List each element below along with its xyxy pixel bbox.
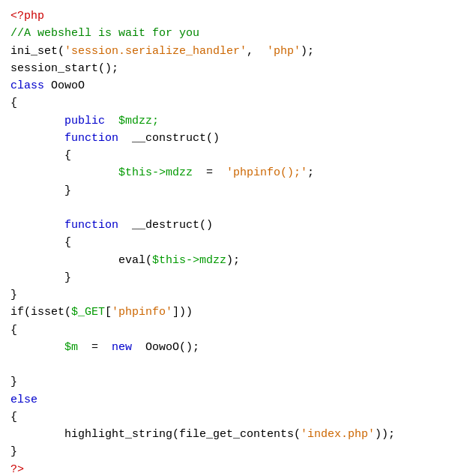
- code-token: 'phpinfo': [112, 306, 172, 319]
- code-token: }: [10, 271, 71, 284]
- code-token: public: [10, 115, 105, 127]
- code-line: }: [10, 373, 445, 391]
- code-token: function: [10, 132, 118, 145]
- code-token: {: [10, 324, 17, 337]
- code-token: [: [105, 306, 112, 319]
- code-line: <?php: [10, 7, 445, 25]
- code-display: <?php//A webshell is wait for youini_set…: [10, 7, 445, 476]
- code-token: //A webshell is wait for you: [10, 27, 199, 40]
- code-line: ini_set('session.serialize_handler', 'ph…: [10, 43, 445, 60]
- code-line: public $mdzz;: [10, 112, 445, 130]
- code-token: }: [10, 376, 17, 388]
- code-token: $m: [10, 341, 78, 354]
- code-token: $this->mdzz: [10, 166, 193, 179]
- code-line: }: [10, 286, 445, 304]
- code-token: 'index.php': [301, 428, 375, 441]
- code-token: OowoO();: [132, 341, 199, 354]
- code-token: OowoO: [44, 79, 85, 92]
- code-line: eval($this->mdzz);: [10, 252, 445, 269]
- code-token: );: [301, 45, 314, 58]
- code-token: highlight_string(file_get_contents(: [10, 428, 301, 441]
- code-token: =: [193, 166, 226, 179]
- code-token: class: [10, 79, 44, 92]
- code-token: __destruct(): [118, 219, 213, 232]
- code-token: ?>: [10, 463, 24, 476]
- code-token: ini_set(: [10, 45, 64, 58]
- code-line: function __construct(): [10, 130, 445, 147]
- code-line: ?>: [10, 461, 445, 477]
- code-token: $mdzz;: [105, 115, 159, 127]
- code-line: [10, 199, 445, 217]
- code-token: __construct(): [118, 132, 220, 145]
- code-line: {: [10, 409, 445, 426]
- code-line: }: [10, 269, 445, 286]
- code-token: =: [78, 341, 112, 354]
- code-token: ,: [247, 45, 267, 58]
- code-line: $this->mdzz = 'phpinfo();';: [10, 164, 445, 181]
- code-line: session_start();: [10, 60, 445, 77]
- code-line: //A webshell is wait for you: [10, 25, 445, 42]
- code-token: ])): [172, 306, 193, 319]
- code-token: {: [10, 149, 71, 162]
- code-token: {: [10, 236, 71, 249]
- code-token: eval(: [10, 254, 152, 267]
- code-line: class OowoO: [10, 77, 445, 94]
- code-token: }: [10, 289, 17, 301]
- code-token: {: [10, 97, 17, 109]
- code-line: }: [10, 182, 445, 199]
- code-token: $this->mdzz: [152, 254, 226, 267]
- code-line: function __destruct(): [10, 217, 445, 234]
- code-line: {: [10, 234, 445, 251]
- code-token: }: [10, 445, 17, 458]
- code-token: }: [10, 184, 71, 197]
- code-line: $m = new OowoO();: [10, 339, 445, 356]
- code-line: {: [10, 322, 445, 339]
- code-token: 'php': [267, 45, 301, 58]
- code-token: function: [10, 219, 118, 232]
- code-line: else: [10, 391, 445, 409]
- code-token: );: [226, 254, 240, 267]
- code-token: if(isset(: [10, 306, 71, 319]
- code-line: }: [10, 443, 445, 460]
- code-token: 'phpinfo();': [226, 166, 307, 179]
- code-token: new: [112, 341, 132, 354]
- code-token: else: [10, 394, 37, 406]
- code-token: 'session.serialize_handler': [64, 45, 247, 58]
- code-token: session_start();: [10, 62, 118, 75]
- code-line: {: [10, 147, 445, 164]
- code-token: <?php: [10, 10, 44, 22]
- code-line: {: [10, 94, 445, 112]
- code-token: $_GET: [71, 306, 105, 319]
- code-line: highlight_string(file_get_contents('inde…: [10, 426, 445, 443]
- code-line: [10, 356, 445, 373]
- code-token: {: [10, 411, 17, 424]
- code-token: ));: [375, 428, 395, 441]
- code-token: ;: [307, 166, 314, 179]
- code-line: if(isset($_GET['phpinfo'])): [10, 304, 445, 321]
